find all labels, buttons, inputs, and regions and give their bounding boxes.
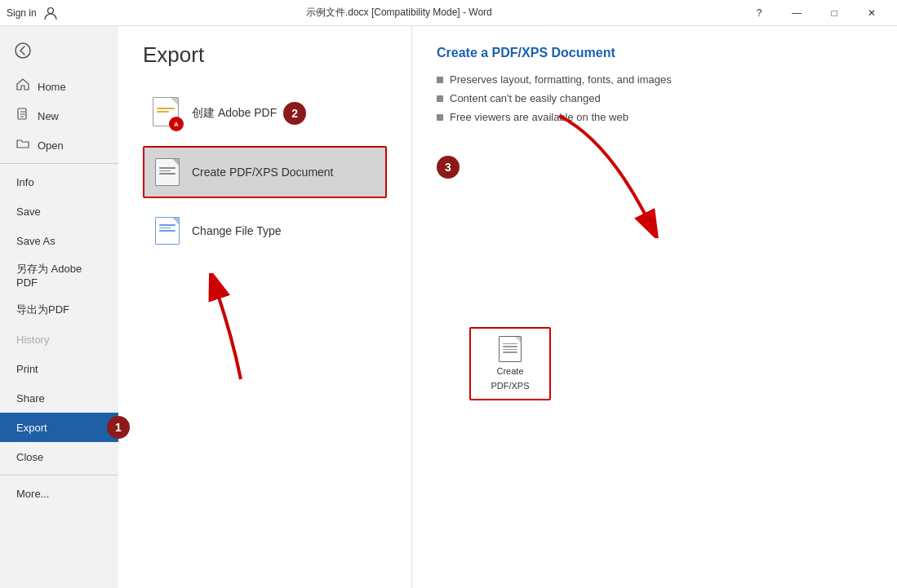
sidebar-divider-1 xyxy=(0,163,118,164)
sidebar-item-more-label: More... xyxy=(16,488,49,500)
change-file-type-icon xyxy=(153,216,182,245)
sidebar-item-save[interactable]: Save xyxy=(0,197,118,226)
export-right-title: Create a PDF/XPS Document xyxy=(437,46,873,60)
open-folder-icon xyxy=(16,137,29,153)
doc-line-1 xyxy=(503,343,517,345)
sidebar-item-home[interactable]: Home xyxy=(0,72,118,101)
feature-bullet-3 xyxy=(437,114,443,121)
sidebar-divider-2 xyxy=(0,475,118,475)
doc-line-2 xyxy=(503,346,517,347)
sidebar-item-print-label: Print xyxy=(16,363,38,375)
titlebar-signin[interactable]: Sign in xyxy=(7,6,58,20)
sidebar-item-print[interactable]: Print xyxy=(0,354,118,383)
content-area: Export A xyxy=(118,26,897,588)
pdf-xps-icon xyxy=(153,157,182,187)
feature-bullet-1 xyxy=(437,77,443,83)
feature-label-2: Content can't be easily changed xyxy=(450,92,601,104)
create-pdf-xps-button[interactable]: Create PDF/XPS xyxy=(469,327,551,400)
feature-bullet-2 xyxy=(437,95,443,102)
arrow-up-svg xyxy=(192,273,257,387)
new-doc-icon xyxy=(16,108,29,124)
sidebar-item-home-label: Home xyxy=(38,81,66,93)
sidebar-item-share[interactable]: Share xyxy=(0,383,118,413)
sidebar-item-saveas[interactable]: Save As xyxy=(0,226,118,255)
sidebar-item-open[interactable]: Open xyxy=(0,130,118,160)
arrow-right-svg xyxy=(543,108,673,238)
sidebar-nav: Home New Open Info Save xyxy=(0,72,118,508)
sidebar-item-open-label: Open xyxy=(38,139,64,152)
sidebar-item-export-label: Export xyxy=(16,422,47,434)
step-1-badge: 1 xyxy=(107,416,130,439)
adobe-pdf-option-wrap: 创建 Adobe PDF 2 xyxy=(192,102,306,125)
sidebar-item-export-pdf-label: 导出为PDF xyxy=(16,303,69,317)
export-title: Export xyxy=(143,42,387,68)
create-pdf-btn-line2: PDF/XPS xyxy=(491,380,529,391)
sidebar-item-save-label: Save xyxy=(16,206,41,218)
sidebar-item-export[interactable]: Export 1 xyxy=(0,413,118,442)
sidebar-item-more[interactable]: More... xyxy=(0,479,118,508)
minimize-button[interactable]: — xyxy=(778,0,815,26)
signin-label[interactable]: Sign in xyxy=(7,7,37,19)
step-2-badge: 2 xyxy=(283,102,306,125)
step-3-badge: 3 xyxy=(437,156,460,179)
maximize-button[interactable]: □ xyxy=(815,0,853,26)
back-button[interactable] xyxy=(8,36,38,65)
sidebar-item-saveas-adobe-label: 另存为 Adobe PDF xyxy=(16,262,102,289)
sidebar-item-saveas-adobe[interactable]: 另存为 Adobe PDF xyxy=(0,255,118,295)
export-left-panel: Export A xyxy=(118,26,412,588)
back-icon xyxy=(15,42,31,59)
close-button[interactable]: ✕ xyxy=(853,0,890,26)
export-right-panel: Create a PDF/XPS Document Preserves layo… xyxy=(412,26,897,588)
help-button[interactable]: ? xyxy=(740,0,778,26)
export-option-change-file-type[interactable]: Change File Type xyxy=(143,205,387,257)
create-pdf-btn-line1: Create xyxy=(496,365,523,377)
sidebar-item-close[interactable]: Close xyxy=(0,442,118,471)
titlebar-controls: ? — □ ✕ xyxy=(740,0,890,26)
titlebar-title: 示例文件.docx [Compatibility Mode] - Word xyxy=(58,6,740,20)
sidebar-item-saveas-label: Save As xyxy=(16,235,56,247)
sidebar-item-share-label: Share xyxy=(16,392,45,405)
main-layout: Home New Open Info Save xyxy=(0,26,897,588)
export-feature-2: Content can't be easily changed xyxy=(437,92,873,104)
feature-label-1: Preserves layout, formatting, fonts, and… xyxy=(450,73,672,86)
export-feature-1: Preserves layout, formatting, fonts, and… xyxy=(437,73,873,86)
person-icon xyxy=(43,6,58,20)
svg-point-0 xyxy=(47,7,53,13)
adobe-pdf-icon: A xyxy=(153,99,182,128)
arrow-up-annotation xyxy=(192,273,387,391)
svg-point-1 xyxy=(16,43,30,58)
export-option-pdf-xps[interactable]: Create PDF/XPS Document xyxy=(143,146,387,198)
adobe-pdf-option-label: 创建 Adobe PDF xyxy=(192,106,277,121)
create-pdf-doc-icon xyxy=(499,336,522,362)
change-file-type-label: Change File Type xyxy=(192,224,281,237)
sidebar-item-info[interactable]: Info xyxy=(0,167,118,197)
export-option-adobe-pdf[interactable]: A 创建 Adobe PDF 2 xyxy=(143,87,387,139)
arrow-right-annotation xyxy=(543,108,673,241)
sidebar-item-new-label: New xyxy=(38,110,59,122)
sidebar-item-export-pdf[interactable]: 导出为PDF xyxy=(0,295,118,325)
sidebar-item-close-label: Close xyxy=(16,451,43,463)
pdf-xps-option-label: Create PDF/XPS Document xyxy=(192,166,334,179)
doc-fold xyxy=(515,337,521,343)
doc-line-4 xyxy=(503,351,517,353)
sidebar: Home New Open Info Save xyxy=(0,26,118,588)
doc-line-3 xyxy=(503,349,517,351)
titlebar: Sign in 示例文件.docx [Compatibility Mode] -… xyxy=(0,0,897,26)
home-icon xyxy=(16,78,29,95)
sidebar-item-history: History xyxy=(0,325,118,354)
sidebar-item-info-label: Info xyxy=(16,176,34,188)
sidebar-item-new[interactable]: New xyxy=(0,101,118,130)
sidebar-item-history-label: History xyxy=(16,334,49,346)
